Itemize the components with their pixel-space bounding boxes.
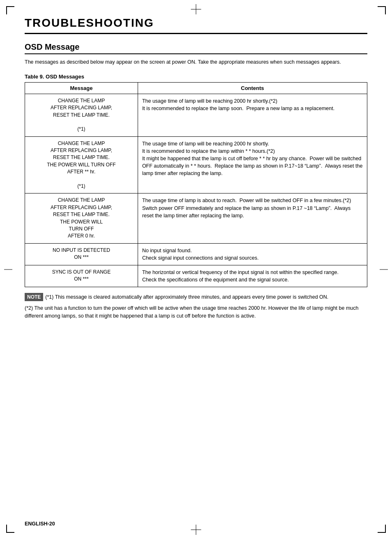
note-section: NOTE(*1) This message is cleared automat… [25,293,367,301]
osd-messages-table: Message Contents CHANGE THE LAMPAFTER RE… [25,82,367,288]
content-cell-4: No input signal found. Check signal inpu… [138,243,367,265]
page-title: TROUBLESHOOTING [25,16,367,34]
right-center-mark [380,270,388,270]
content-cell-3: The usage time of lamp is about to reach… [138,193,367,243]
corner-mark-br [378,525,386,533]
corner-mark-tr [378,6,386,14]
message-cell-1: CHANGE THE LAMPAFTER REPLACING LAMP,RESE… [25,94,138,136]
section-description: The messages as described below may appe… [25,58,367,66]
col-header-contents: Contents [138,82,367,94]
table-row: CHANGE THE LAMPAFTER REPLACING LAMP,RESE… [25,193,367,243]
table-title: Table 9. OSD Messages [25,74,367,80]
table-row: CHANGE THE LAMPAFTER REPLACING LAMP,RESE… [25,94,367,136]
corner-mark-bl [6,525,14,533]
left-center-mark [4,270,12,270]
bottom-center-cross [196,525,196,535]
page-number: ENGLISH-20 [25,521,55,527]
content-cell-2: The usage time of lamp will be reaching … [138,136,367,193]
message-cell-4: NO INPUT IS DETECTEDON *** [25,243,138,265]
message-cell-2: CHANGE THE LAMPAFTER REPLACING LAMP,RESE… [25,136,138,193]
col-header-message: Message [25,82,138,94]
note-label: NOTE [25,293,43,301]
content-cell-1: The usage time of lamp will be reaching … [138,94,367,136]
message-cell-3: CHANGE THE LAMPAFTER REPLACING LAMP,RESE… [25,193,138,243]
note2-text: (*2) The unit has a function to turn the… [25,305,358,319]
top-center-cross [196,4,196,14]
table-row: NO INPUT IS DETECTEDON *** No input sign… [25,243,367,265]
note2-section: (*2) The unit has a function to turn the… [25,304,367,320]
message-cell-5: SYNC IS OUT OF RANGEON *** [25,265,138,287]
content-cell-5: The horizontal or vertical frequency of … [138,265,367,287]
table-row: SYNC IS OUT OF RANGEON *** The horizonta… [25,265,367,287]
table-row: CHANGE THE LAMPAFTER REPLACING LAMP,RESE… [25,136,367,193]
section-heading: OSD Message [25,42,367,54]
corner-mark-tl [6,6,14,14]
note1-text: (*1) This message is cleared automatical… [45,294,328,300]
